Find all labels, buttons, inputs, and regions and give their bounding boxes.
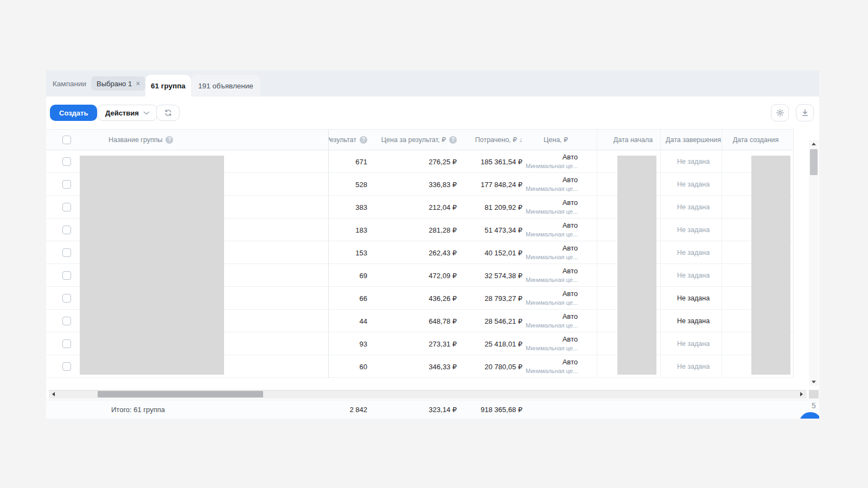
row-checkbox[interactable] (62, 226, 71, 234)
column-header-name[interactable]: Название группы ? (108, 130, 173, 150)
export-button[interactable] (796, 104, 814, 121)
column-date-created-label: Дата создания (733, 136, 779, 144)
column-header-spent[interactable]: Потрачено, ₽ ↓ (436, 130, 522, 150)
cell-result: 383 (302, 196, 367, 219)
close-icon[interactable]: × (136, 80, 140, 87)
price-strategy-label: Минимальная це... (526, 162, 578, 170)
horizontal-scrollbar-thumb[interactable] (98, 391, 263, 397)
vertical-scrollbar[interactable] (809, 140, 819, 386)
vertical-scrollbar-thumb[interactable] (810, 149, 818, 175)
table-right-border (793, 129, 794, 378)
cell-result: 183 (302, 219, 367, 241)
row-checkbox[interactable] (62, 271, 71, 280)
cell-result: 528 (302, 173, 367, 196)
row-checkbox[interactable] (62, 180, 71, 189)
refresh-button[interactable] (156, 105, 180, 121)
row-checkbox[interactable] (62, 294, 71, 303)
column-date-end-label: Дата завершения (666, 136, 721, 144)
price-strategy-label: Минимальная це... (526, 230, 578, 238)
refresh-icon (164, 108, 173, 117)
cell-date-end: Не задана (655, 150, 731, 173)
settings-button[interactable] (771, 104, 789, 121)
column-header-price[interactable]: Цена, ₽ (514, 130, 568, 150)
column-header-date-created[interactable]: Дата создания (723, 130, 788, 150)
scrollbar-corner (809, 390, 819, 399)
price-mode-label: Авто (563, 176, 578, 185)
selected-filter-chip[interactable]: Выбрано 1 × (91, 76, 145, 91)
cell-date-end: Не задана (655, 310, 731, 332)
create-button[interactable]: Создать (50, 105, 97, 121)
price-mode-label: Авто (563, 312, 578, 322)
cell-result: 66 (302, 287, 367, 310)
cell-price: АвтоМинимальная це... (486, 173, 578, 196)
summary-row: Итого: 61 группа 2 842 323,14 ₽ 918 365,… (46, 400, 819, 419)
column-header-date-start[interactable]: Дата начала (601, 130, 666, 150)
row-checkbox[interactable] (62, 203, 71, 211)
cell-date-end: Не задана (655, 332, 731, 355)
cell-price: АвтоМинимальная це... (486, 219, 578, 241)
price-strategy-label: Минимальная це... (526, 299, 578, 306)
cell-date-end: Не задана (655, 196, 731, 219)
toolbar: Создать Действия (46, 97, 819, 128)
row-checkbox[interactable] (62, 248, 71, 257)
price-mode-label: Авто (563, 244, 578, 253)
redacted-group-names-block (80, 156, 224, 375)
summary-result-value: 2 842 (302, 400, 367, 419)
scroll-up-arrow-icon[interactable] (812, 143, 816, 145)
redacted-date-start-block (617, 156, 656, 375)
help-icon[interactable]: ? (165, 136, 173, 144)
frozen-pane-divider (328, 129, 329, 378)
cell-result: 153 (302, 241, 367, 264)
cell-price: АвтоМинимальная це... (486, 264, 578, 287)
cell-result: 93 (302, 332, 367, 355)
price-mode-label: Авто (563, 267, 578, 276)
column-separator (722, 129, 722, 378)
column-separator (597, 129, 597, 378)
cell-price: АвтоМинимальная це... (486, 332, 578, 355)
actions-button-label: Действия (105, 109, 139, 117)
price-mode-label: Авто (563, 153, 578, 162)
cell-price: АвтоМинимальная це... (486, 150, 578, 173)
gear-icon (776, 108, 784, 117)
cell-price: АвтоМинимальная це... (486, 355, 578, 378)
cell-date-end: Не задана (655, 219, 731, 241)
cell-result: 44 (302, 310, 367, 332)
tab-ads-label: 191 объявление (198, 82, 253, 90)
row-checkbox[interactable] (62, 157, 71, 166)
select-all-checkbox[interactable] (62, 136, 71, 144)
clipped-value-fragment: 5 (812, 401, 816, 410)
tab-campaigns[interactable]: Кампании Выбрано 1 × (50, 70, 148, 97)
ads-manager-panel: Кампании Выбрано 1 × 61 группа 191 объяв… (46, 70, 819, 419)
column-date-start-label: Дата начала (614, 136, 653, 144)
cell-result: 671 (302, 150, 367, 173)
price-mode-label: Авто (563, 221, 578, 230)
cell-price: АвтоМинимальная це... (486, 287, 578, 310)
selected-filter-label: Выбрано 1 (97, 80, 132, 88)
cell-date-end: Не задана (655, 355, 731, 378)
cell-price: АвтоМинимальная це... (486, 241, 578, 264)
row-checkbox[interactable] (62, 339, 71, 348)
tab-bar: Кампании Выбрано 1 × 61 группа 191 объяв… (46, 70, 819, 97)
price-mode-label: Авто (563, 290, 578, 299)
column-spent-label: Потрачено, ₽ (475, 136, 517, 144)
chevron-down-icon (143, 111, 150, 115)
price-mode-label: Авто (563, 358, 578, 367)
row-checkbox[interactable] (62, 317, 71, 325)
scroll-right-arrow-icon[interactable] (800, 392, 803, 396)
row-checkbox[interactable] (62, 362, 71, 371)
cell-price: АвтоМинимальная це... (486, 310, 578, 332)
table-header-scroll-region: Результат ? Цена за результат, ₽ ? Потра… (328, 130, 793, 150)
summary-spent-value: 918 365,68 ₽ (436, 400, 522, 419)
tab-groups[interactable]: 61 группа (145, 75, 191, 97)
cell-date-end: Не задана (655, 173, 731, 196)
tab-ads[interactable]: 191 объявление (191, 75, 260, 97)
scroll-left-arrow-icon[interactable] (52, 392, 55, 396)
summary-total-label: Итого: 61 группа (111, 400, 165, 419)
price-strategy-label: Минимальная це... (526, 185, 578, 192)
column-header-date-end[interactable]: Дата завершения (661, 130, 726, 150)
download-icon (801, 108, 809, 117)
price-strategy-label: Минимальная це... (526, 276, 578, 284)
actions-dropdown-button[interactable]: Действия (98, 105, 157, 121)
tab-groups-label: 61 группа (151, 82, 186, 90)
scroll-down-arrow-icon[interactable] (812, 381, 816, 383)
